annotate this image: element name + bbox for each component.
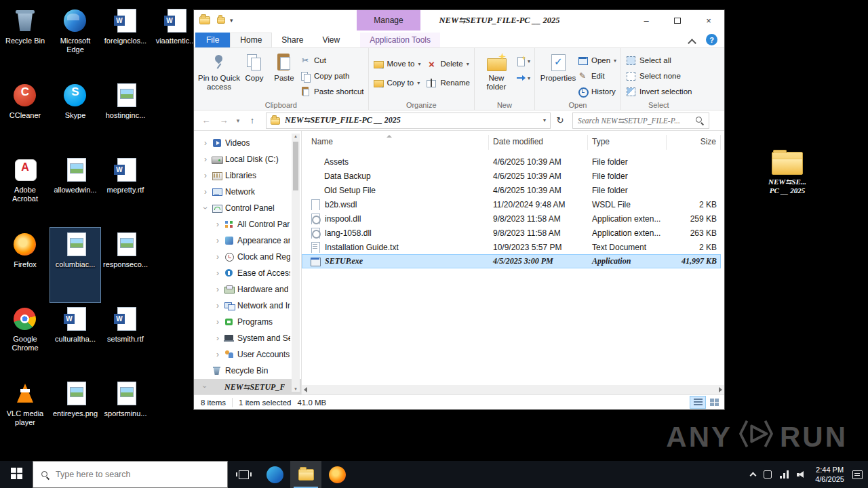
chevron-icon[interactable] <box>214 351 221 358</box>
nav-item[interactable]: Control Panel <box>194 200 301 216</box>
cut-button[interactable]: ✂ Cut <box>300 55 364 66</box>
address-dropdown-icon[interactable]: ▾ <box>543 117 546 123</box>
new-item-button[interactable]: ▾ <box>515 56 530 66</box>
file-row[interactable]: Assets 4/6/2025 10:39 AM File folder <box>302 155 721 169</box>
nav-item[interactable]: Network and In <box>194 298 301 314</box>
column-date-modified[interactable]: Date modified <box>489 135 588 150</box>
chevron-icon[interactable] <box>202 156 209 163</box>
horizontal-scrollbar[interactable] <box>302 385 724 394</box>
desktop-icon[interactable]: Google Chrome <box>0 302 50 377</box>
column-size[interactable]: Size <box>667 135 721 150</box>
file-row[interactable]: Installation Guide.txt 10/9/2023 5:57 PM… <box>302 240 721 254</box>
manage-ribbon-badge[interactable]: Manage <box>357 10 420 30</box>
desktop-icon[interactable]: mepretty.rtf <box>100 153 151 228</box>
scroll-left-icon[interactable] <box>304 387 307 392</box>
nav-scrollbar-thumb[interactable] <box>293 142 298 190</box>
file-row[interactable]: Data Backup 4/6/2025 10:39 AM File folde… <box>302 169 721 183</box>
recent-locations-icon[interactable]: ▾ <box>233 113 243 129</box>
taskbar-search[interactable] <box>33 461 228 488</box>
desktop-icon[interactable]: Adobe Acrobat <box>0 153 50 228</box>
nav-item[interactable]: Programs <box>194 314 301 330</box>
history-button[interactable]: History <box>577 86 616 97</box>
nav-item[interactable]: Hardware and <box>194 281 301 298</box>
file-row[interactable]: inspool.dll 9/8/2023 11:58 AM Applicatio… <box>302 211 721 226</box>
nav-item[interactable]: Appearance an <box>194 232 301 249</box>
edit-button[interactable]: ✎ Edit <box>577 70 616 81</box>
qat-folder-icon[interactable] <box>217 17 225 24</box>
chevron-icon[interactable] <box>202 205 209 211</box>
desktop-icon[interactable]: columbiac... <box>50 228 100 302</box>
forward-button[interactable]: → <box>216 113 232 129</box>
qat-customize-icon[interactable]: ▾ <box>230 17 233 24</box>
refresh-button[interactable]: ↻ <box>552 113 568 129</box>
tab-file[interactable]: File <box>195 33 230 47</box>
chevron-icon[interactable] <box>214 302 221 309</box>
desktop-icon[interactable]: Recycle Bin <box>0 4 50 79</box>
nav-item[interactable]: Libraries <box>194 167 301 184</box>
chevron-icon[interactable] <box>214 270 221 277</box>
nav-item[interactable]: User Accounts <box>194 346 301 363</box>
desktop-icon[interactable]: entireyes.png <box>50 377 100 451</box>
open-button[interactable]: Open ▾ <box>577 55 616 66</box>
desktop-icon[interactable]: Skype <box>50 79 100 153</box>
paste-button[interactable]: Paste <box>269 50 300 99</box>
maximize-button[interactable] <box>662 10 693 30</box>
nav-item[interactable]: Clock and Regi <box>194 249 301 265</box>
collapse-ribbon-icon[interactable] <box>684 34 699 47</box>
search-box[interactable] <box>572 113 709 129</box>
desktop-icon[interactable]: Microsoft Edge <box>50 4 100 79</box>
copy-to-button[interactable]: Copy to ▾ <box>373 77 421 88</box>
search-input[interactable] <box>578 117 695 125</box>
file-row[interactable]: Old Setup File 4/6/2025 10:39 AM File fo… <box>302 183 721 197</box>
chevron-icon[interactable] <box>214 319 221 325</box>
invert-selection-button[interactable]: Invert selection <box>625 86 692 97</box>
desktop-icon[interactable]: sportsminu... <box>100 377 151 451</box>
easy-access-button[interactable]: ▾ <box>515 73 530 83</box>
tray-app-icon[interactable] <box>764 470 772 479</box>
taskbar-search-input[interactable] <box>56 470 220 479</box>
details-view-button[interactable] <box>690 396 706 409</box>
chevron-icon[interactable] <box>214 253 221 260</box>
chevron-icon[interactable] <box>214 335 221 342</box>
nav-item[interactable]: Ease of Access <box>194 265 301 281</box>
large-icons-view-button[interactable] <box>706 396 722 409</box>
nav-item[interactable]: Recycle Bin <box>194 363 301 379</box>
copy-button[interactable]: Copy <box>240 50 269 99</box>
taskbar-clock[interactable]: 2:44 PM 4/6/2025 <box>815 465 844 485</box>
tab-application-tools[interactable]: Application Tools <box>360 33 440 47</box>
scroll-right-icon[interactable] <box>719 387 722 392</box>
desktop-icon[interactable]: Firefox <box>0 228 50 302</box>
task-view-button[interactable] <box>228 461 259 488</box>
chevron-icon[interactable] <box>214 286 221 293</box>
desktop-icon[interactable]: allowedwin... <box>50 153 100 228</box>
desktop-icon[interactable]: foreignclos... <box>100 4 151 79</box>
chevron-icon[interactable] <box>202 384 209 390</box>
close-button[interactable]: × <box>693 10 724 30</box>
nav-item[interactable]: Local Disk (C:) <box>194 151 301 167</box>
desktop-icon[interactable]: hostinginc... <box>100 79 151 153</box>
address-bar[interactable]: NEW⇆SETUP_FILE-PC __ 2025 ▾ <box>266 113 551 129</box>
tab-share[interactable]: Share <box>272 33 313 47</box>
back-button[interactable]: ← <box>198 113 214 129</box>
chevron-icon[interactable] <box>202 172 209 179</box>
up-button[interactable]: ↑ <box>244 113 260 129</box>
nav-item[interactable]: Network <box>194 184 301 200</box>
tab-view[interactable]: View <box>313 33 349 47</box>
select-none-button[interactable]: Select none <box>625 70 692 81</box>
desktop-icon[interactable]: setsmith.rtf <box>100 302 151 377</box>
delete-button[interactable]: × Delete ▾ <box>426 58 469 69</box>
chevron-icon[interactable] <box>202 188 209 195</box>
nav-scrollbar[interactable] <box>292 134 300 392</box>
desktop-icon[interactable]: culturaltha... <box>50 302 100 377</box>
chevron-icon[interactable] <box>202 140 209 146</box>
rename-button[interactable]: Rename <box>426 77 469 88</box>
taskbar-file-explorer-button[interactable] <box>290 461 321 488</box>
nav-item[interactable]: NEW⇆SETUP_F <box>194 379 301 394</box>
tab-home[interactable]: Home <box>230 33 272 47</box>
chevron-icon[interactable] <box>214 221 221 228</box>
title-bar[interactable]: ▾ Manage NEW⇆SETUP_FILE-PC __ 2025 – × <box>194 10 724 30</box>
nav-item[interactable]: Videos <box>194 135 301 151</box>
desktop-icon[interactable]: responseco... <box>100 228 151 302</box>
file-row[interactable]: b2b.wsdl 11/20/2024 9:48 AM WSDL File 2 … <box>302 197 721 211</box>
action-center-icon[interactable] <box>852 470 863 479</box>
